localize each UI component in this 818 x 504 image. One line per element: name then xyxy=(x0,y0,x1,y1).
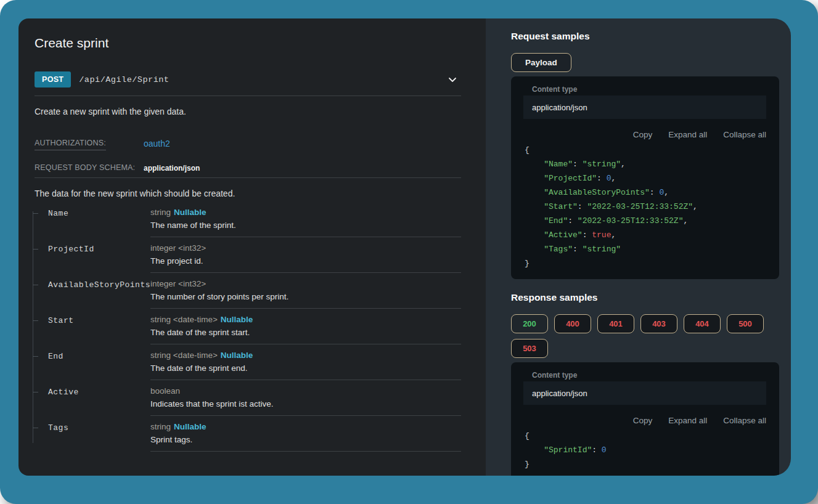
schema-field-row: ProjectId integer <int32> The project id… xyxy=(33,243,461,279)
field-name: Tags xyxy=(33,422,150,452)
nullable-flag: Nullable xyxy=(174,208,207,217)
field-info: boolean Indicates that the sprint ist ac… xyxy=(150,386,461,416)
field-description: The project id. xyxy=(150,256,461,266)
nullable-flag: Nullable xyxy=(174,422,207,431)
request-json-sample: { "Name": "string", "ProjectId": 0, "Ava… xyxy=(523,143,766,270)
request-body-schema-label: REQUEST BODY SCHEMA: xyxy=(35,163,144,172)
field-info: string <date-time>Nullable The date of t… xyxy=(150,315,461,344)
schema-field-row: Tags stringNullable Sprint tags. xyxy=(33,422,461,452)
schema-field-row: Start string <date-time>Nullable The dat… xyxy=(33,315,461,351)
field-type: stringNullable xyxy=(150,422,461,431)
status-code-tab[interactable]: 403 xyxy=(640,314,677,333)
nullable-flag: Nullable xyxy=(221,315,253,324)
oauth2-link[interactable]: oauth2 xyxy=(144,139,170,148)
schema-field-row: Active boolean Indicates that the sprint… xyxy=(33,386,461,422)
field-info: integer <int32> The project id. xyxy=(150,243,461,273)
field-name: Start xyxy=(33,315,150,351)
response-content-type-select[interactable]: application/json xyxy=(523,381,766,405)
expand-all-button[interactable]: Expand all xyxy=(668,416,707,425)
field-name: Name xyxy=(33,208,150,243)
schema-field-row: Name stringNullable The name of the spri… xyxy=(33,208,461,243)
page-frame: Create sprint POST /api/Agile/Sprint Cre… xyxy=(0,0,818,504)
payload-tab[interactable]: Payload xyxy=(511,53,571,72)
endpoint-header[interactable]: POST /api/Agile/Sprint xyxy=(35,71,461,96)
operation-description: Create a new sprint with the given data. xyxy=(35,107,461,116)
response-sample-card: Content type application/json Copy Expan… xyxy=(511,362,779,476)
field-name: ProjectId xyxy=(33,243,150,279)
request-sample-card: Content type application/json Copy Expan… xyxy=(511,76,779,279)
authorizations-row: AUTHORIZATIONS: oauth2 xyxy=(35,139,461,150)
request-content-type-label: Content type xyxy=(532,85,766,94)
api-doc-app: Create sprint POST /api/Agile/Sprint Cre… xyxy=(18,18,791,476)
field-description: The name of the sprint. xyxy=(150,221,461,230)
expand-all-button[interactable]: Expand all xyxy=(668,130,707,139)
response-status-tabs: 200 400 401 403 404 500 503 xyxy=(511,314,770,358)
response-content-type-label: Content type xyxy=(532,371,766,380)
response-samples-heading: Response samples xyxy=(511,292,779,303)
response-code-actions: Copy Expand all Collapse all xyxy=(523,416,766,425)
request-content-type-select[interactable]: application/json xyxy=(523,96,766,119)
field-type: string <date-time>Nullable xyxy=(150,315,461,324)
field-description: Indicates that the sprint ist active. xyxy=(150,399,461,408)
field-name: AvailableStoryPoints xyxy=(33,279,150,315)
field-type: boolean xyxy=(150,386,461,396)
status-code-tab[interactable]: 401 xyxy=(597,314,634,333)
field-name: End xyxy=(33,351,150,386)
fields-list: Name stringNullable The name of the spri… xyxy=(33,208,461,452)
documentation-panel: Create sprint POST /api/Agile/Sprint Cre… xyxy=(18,18,486,476)
http-method-badge: POST xyxy=(35,71,71,87)
authorizations-label: AUTHORIZATIONS: xyxy=(35,139,144,150)
endpoint-path: /api/Agile/Sprint xyxy=(79,75,169,84)
field-type: integer <int32> xyxy=(150,243,461,253)
field-description: Sprint tags. xyxy=(150,435,461,444)
nullable-flag: Nullable xyxy=(221,351,253,360)
chevron-down-icon[interactable] xyxy=(448,75,457,84)
copy-button[interactable]: Copy xyxy=(633,416,653,425)
response-json-sample: { "SprintId": 0} xyxy=(523,429,766,471)
status-code-tab[interactable]: 503 xyxy=(511,339,548,358)
status-code-tab[interactable]: 404 xyxy=(684,314,721,333)
copy-button[interactable]: Copy xyxy=(633,130,653,139)
field-info: integer <int32> The number of story poin… xyxy=(150,279,461,309)
field-name: Active xyxy=(33,386,150,422)
field-info: stringNullable Sprint tags. xyxy=(150,422,461,452)
request-body-schema-row: REQUEST BODY SCHEMA: application/json xyxy=(35,163,461,178)
page-title: Create sprint xyxy=(35,36,461,51)
field-description: The date of the sprint start. xyxy=(150,328,461,337)
field-info: string <date-time>Nullable The date of t… xyxy=(150,351,461,380)
samples-panel: Request samples Payload Content type app… xyxy=(486,18,791,476)
request-code-actions: Copy Expand all Collapse all xyxy=(523,130,766,139)
status-code-tab[interactable]: 500 xyxy=(727,314,764,333)
field-description: The date of the sprint end. xyxy=(150,364,461,373)
body-description: The data for the new sprint which should… xyxy=(35,189,461,198)
field-type: integer <int32> xyxy=(150,279,461,288)
collapse-all-button[interactable]: Collapse all xyxy=(723,416,766,425)
schema-field-row: End string <date-time>Nullable The date … xyxy=(33,351,461,386)
field-type: stringNullable xyxy=(150,208,461,217)
field-info: stringNullable The name of the sprint. xyxy=(150,208,461,237)
field-description: The number of story points per sprint. xyxy=(150,292,461,301)
field-type: string <date-time>Nullable xyxy=(150,351,461,360)
schema-field-row: AvailableStoryPoints integer <int32> The… xyxy=(33,279,461,315)
request-samples-heading: Request samples xyxy=(511,31,779,42)
status-code-tab[interactable]: 200 xyxy=(511,314,548,333)
status-code-tab[interactable]: 400 xyxy=(554,314,591,333)
request-body-mime: application/json xyxy=(144,164,200,173)
collapse-all-button[interactable]: Collapse all xyxy=(723,130,766,139)
